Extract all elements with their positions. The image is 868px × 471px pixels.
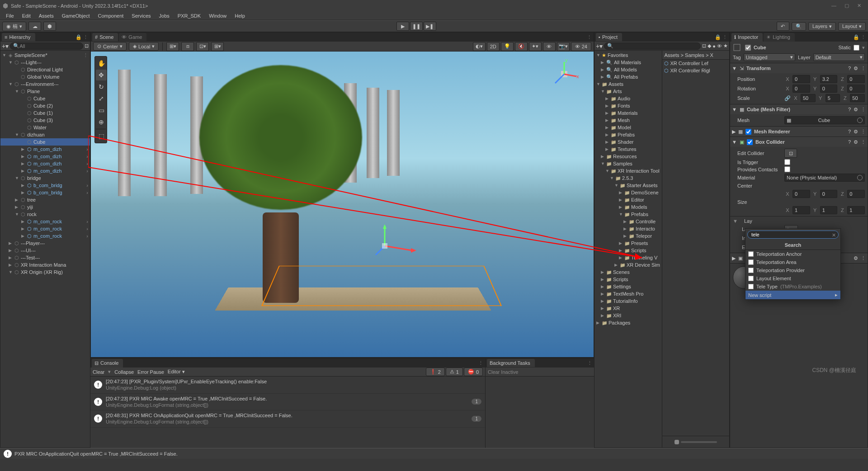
layout-dropdown[interactable]: Layout ▾ <box>838 22 866 31</box>
star-icon[interactable]: ★ <box>723 43 728 49</box>
meshfilter-header[interactable]: ▼▦ Cube (Mesh Filter)?⚙⋮ <box>730 104 868 114</box>
space-toggle[interactable]: ◈Local▾ <box>129 42 159 51</box>
filter-label-icon[interactable]: ◆ <box>708 43 711 49</box>
project-item[interactable]: ▶XR <box>594 305 662 312</box>
project-item[interactable]: ▶Fonts <box>594 102 662 109</box>
console-options-icon[interactable]: ⋮ <box>478 360 485 366</box>
custom-tool-icon[interactable]: ⬚ <box>96 131 107 141</box>
console-entry[interactable]: ![20:48:31] PXR MRC OnApplicationQuit op… <box>90 410 485 428</box>
clear-search-icon[interactable]: ✕ <box>832 232 836 238</box>
project-item[interactable]: ▶TextMesh Pro <box>594 290 662 297</box>
hierarchy-item[interactable]: ▼⬡---Environment--- <box>0 80 90 88</box>
project-item[interactable]: ▶🔍All Models <box>594 66 662 73</box>
project-options-icon[interactable]: 🔒 ⋮ <box>715 34 729 40</box>
move-tool-icon[interactable]: ✥ <box>96 70 107 80</box>
project-list-item[interactable]: ⬡XR Controller Rigl <box>662 67 730 74</box>
tab-lighting[interactable]: ☀ Lighting <box>764 33 795 42</box>
menu-services[interactable]: Services <box>128 12 154 20</box>
contacts-checkbox[interactable] <box>784 166 790 172</box>
tab-project[interactable]: ▪ Project <box>596 33 622 41</box>
scale-z-field[interactable]: 50 <box>850 94 865 102</box>
step-button[interactable]: ▶❚ <box>424 22 436 31</box>
menu-jobs[interactable]: Jobs <box>156 12 173 20</box>
project-item[interactable]: ▶Interacto <box>594 225 662 232</box>
hierarchy-item[interactable]: ▶⬡Cube <box>0 95 90 102</box>
hierarchy-item[interactable]: ▶⬡Cube <box>0 138 90 146</box>
hierarchy-item[interactable]: ▶⬡Water <box>0 124 90 131</box>
scene-options-icon[interactable]: ⋮ <box>587 34 594 40</box>
project-item[interactable]: ▼XR Interaction Tool <box>594 167 662 174</box>
project-item[interactable]: ▶Resources <box>594 153 662 160</box>
hierarchy-item[interactable]: ▼⬡Plane <box>0 88 90 95</box>
project-item[interactable]: ▶XRI <box>594 312 662 319</box>
tab-inspector[interactable]: ℹ Inspector <box>731 33 763 42</box>
menu-help[interactable]: Help <box>231 12 249 20</box>
pivot-toggle[interactable]: ⊙Center▾ <box>93 42 127 51</box>
undo-history-icon[interactable]: ↶ <box>777 22 789 31</box>
settings-version-icon[interactable]: ⬢ <box>43 22 56 31</box>
hierarchy-item[interactable]: ▶⬡Cube (1) <box>0 109 90 117</box>
hierarchy-item[interactable]: ▶⬡m_com_dizh› <box>0 153 90 160</box>
project-item[interactable]: ▼Starter Assets <box>594 182 662 189</box>
project-item[interactable]: ▶Telepor <box>594 232 662 240</box>
transform-header[interactable]: ▼⇲ Transform ? ⚙ ⋮ <box>730 63 868 73</box>
grid-toggle[interactable]: ⊞▾ <box>166 42 179 51</box>
layers-dropdown[interactable]: Layers ▾ <box>808 22 836 31</box>
project-item[interactable]: ▶DemoScene <box>594 189 662 196</box>
hierarchy-item[interactable]: ▶⬡m_com_dizh› <box>0 146 90 153</box>
size-z-field[interactable]: 1 <box>847 206 865 214</box>
project-item[interactable]: ▶Shader <box>594 138 662 146</box>
comp-teleportation-anchor[interactable]: Teleportation Anchor <box>745 250 840 258</box>
hierarchy-item[interactable]: ▼⬡dizhuan <box>0 131 90 138</box>
meshrenderer-header[interactable]: ▶▦ Mesh Renderer?⚙⋮ <box>730 127 868 137</box>
project-list-item[interactable]: ⬡XR Controller Lef <box>662 60 730 67</box>
rect-tool-icon[interactable]: ▭ <box>96 105 107 116</box>
fx-toggle[interactable]: ✦▾ <box>529 42 542 51</box>
2d-toggle[interactable]: 2D <box>487 42 500 51</box>
rot-y-field[interactable]: 0 <box>820 85 838 93</box>
hierarchy-item[interactable]: ▶⬡m_com_dizh› <box>0 160 90 167</box>
info-count[interactable]: ❗2 <box>426 367 445 376</box>
editor-filter[interactable]: Editor ▾ <box>168 369 185 375</box>
transform-tool-icon[interactable]: ⊕ <box>96 117 107 127</box>
menu-pxrsdk[interactable]: PXR_SDK <box>174 12 204 20</box>
hierarchy-item[interactable]: ▶⬡b_com_bridg› <box>0 189 90 196</box>
center-z-field[interactable]: 0 <box>847 190 865 198</box>
object-name[interactable]: Cube <box>754 45 835 50</box>
project-create-dropdown[interactable]: +▾ <box>596 42 603 50</box>
snap-toggle[interactable]: ⧈ <box>181 42 194 51</box>
pause-button[interactable]: ❚❚ <box>410 22 423 31</box>
active-checkbox[interactable] <box>745 45 751 51</box>
layer-dropdown[interactable]: Default▾ <box>813 53 865 61</box>
close-icon[interactable]: ✕ <box>857 3 861 9</box>
project-item[interactable]: ▶🔍All Prefabs <box>594 73 662 80</box>
project-item[interactable]: ▶Scripts <box>594 247 662 254</box>
project-item[interactable]: ▶Materials <box>594 109 662 117</box>
component-search-input[interactable] <box>747 231 839 239</box>
hierarchy-item[interactable]: ▶⬡yiji <box>0 203 90 211</box>
hierarchy-item[interactable]: ▶⬡Global Volume <box>0 73 90 80</box>
project-item[interactable]: ▶Settings <box>594 283 662 290</box>
hierarchy-item[interactable]: ▶⬡b_com_bridg› <box>0 182 90 189</box>
scale-x-field[interactable]: 50 <box>801 94 816 102</box>
project-item[interactable]: ▶Model <box>594 124 662 131</box>
menu-gameobject[interactable]: GameObject <box>58 12 94 20</box>
warn-count[interactable]: ⚠1 <box>446 367 463 376</box>
audio-toggle[interactable]: 🔇 <box>515 42 528 51</box>
static-checkbox[interactable] <box>854 45 859 51</box>
lighting-toggle[interactable]: 💡 <box>501 42 514 51</box>
filter-fav-icon[interactable]: ● <box>712 43 716 49</box>
constrain-icon[interactable]: 🔗 <box>784 95 791 101</box>
hierarchy-item[interactable]: ▶⬡tree <box>0 196 90 203</box>
hierarchy-item[interactable]: ▶⬡Directional Light <box>0 66 90 73</box>
camera-settings-icon[interactable]: 📷▾ <box>557 42 570 51</box>
minimize-icon[interactable]: — <box>831 3 836 9</box>
tab-bgtasks[interactable]: Background Tasks <box>487 359 535 367</box>
project-item[interactable]: ▶Audio <box>594 95 662 102</box>
mesh-field[interactable]: ▦ Cube <box>784 116 865 124</box>
hierarchy-item[interactable]: ▶⬡Cube (3) <box>0 117 90 124</box>
project-item[interactable]: ▶Controlle <box>594 218 662 225</box>
project-item[interactable]: ▼Prefabs <box>594 211 662 218</box>
comp-teleportation-area[interactable]: Teleportation Area <box>745 258 840 266</box>
menu-edit[interactable]: Edit <box>19 12 34 20</box>
